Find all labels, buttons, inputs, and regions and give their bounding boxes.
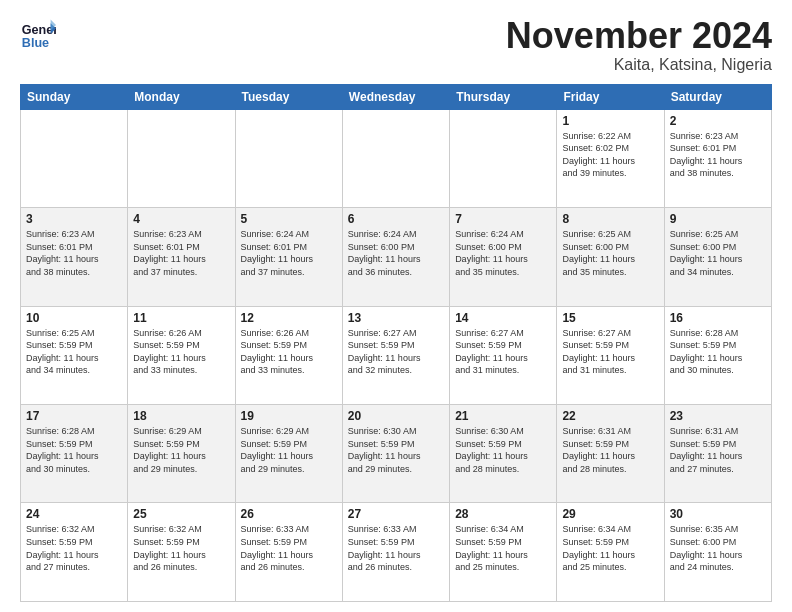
day-info: Sunrise: 6:25 AM Sunset: 5:59 PM Dayligh… (26, 327, 122, 377)
table-row: 3Sunrise: 6:23 AM Sunset: 6:01 PM Daylig… (21, 208, 128, 306)
col-friday: Friday (557, 84, 664, 109)
table-row (21, 109, 128, 207)
table-row: 12Sunrise: 6:26 AM Sunset: 5:59 PM Dayli… (235, 306, 342, 404)
day-number: 6 (348, 212, 444, 226)
day-number: 20 (348, 409, 444, 423)
table-row: 27Sunrise: 6:33 AM Sunset: 5:59 PM Dayli… (342, 503, 449, 602)
day-number: 28 (455, 507, 551, 521)
table-row: 10Sunrise: 6:25 AM Sunset: 5:59 PM Dayli… (21, 306, 128, 404)
table-row: 25Sunrise: 6:32 AM Sunset: 5:59 PM Dayli… (128, 503, 235, 602)
table-row: 24Sunrise: 6:32 AM Sunset: 5:59 PM Dayli… (21, 503, 128, 602)
table-row: 19Sunrise: 6:29 AM Sunset: 5:59 PM Dayli… (235, 405, 342, 503)
table-row: 11Sunrise: 6:26 AM Sunset: 5:59 PM Dayli… (128, 306, 235, 404)
day-info: Sunrise: 6:35 AM Sunset: 6:00 PM Dayligh… (670, 523, 766, 573)
day-number: 16 (670, 311, 766, 325)
day-number: 21 (455, 409, 551, 423)
day-number: 13 (348, 311, 444, 325)
calendar-table: Sunday Monday Tuesday Wednesday Thursday… (20, 84, 772, 602)
calendar-week-row: 3Sunrise: 6:23 AM Sunset: 6:01 PM Daylig… (21, 208, 772, 306)
day-info: Sunrise: 6:27 AM Sunset: 5:59 PM Dayligh… (348, 327, 444, 377)
table-row: 13Sunrise: 6:27 AM Sunset: 5:59 PM Dayli… (342, 306, 449, 404)
table-row: 26Sunrise: 6:33 AM Sunset: 5:59 PM Dayli… (235, 503, 342, 602)
day-info: Sunrise: 6:27 AM Sunset: 5:59 PM Dayligh… (455, 327, 551, 377)
day-info: Sunrise: 6:30 AM Sunset: 5:59 PM Dayligh… (455, 425, 551, 475)
day-info: Sunrise: 6:23 AM Sunset: 6:01 PM Dayligh… (26, 228, 122, 278)
col-saturday: Saturday (664, 84, 771, 109)
day-number: 1 (562, 114, 658, 128)
table-row: 7Sunrise: 6:24 AM Sunset: 6:00 PM Daylig… (450, 208, 557, 306)
day-number: 9 (670, 212, 766, 226)
day-number: 14 (455, 311, 551, 325)
table-row: 5Sunrise: 6:24 AM Sunset: 6:01 PM Daylig… (235, 208, 342, 306)
col-monday: Monday (128, 84, 235, 109)
day-number: 8 (562, 212, 658, 226)
day-info: Sunrise: 6:33 AM Sunset: 5:59 PM Dayligh… (348, 523, 444, 573)
table-row: 22Sunrise: 6:31 AM Sunset: 5:59 PM Dayli… (557, 405, 664, 503)
day-number: 2 (670, 114, 766, 128)
day-info: Sunrise: 6:25 AM Sunset: 6:00 PM Dayligh… (670, 228, 766, 278)
day-info: Sunrise: 6:26 AM Sunset: 5:59 PM Dayligh… (241, 327, 337, 377)
table-row: 9Sunrise: 6:25 AM Sunset: 6:00 PM Daylig… (664, 208, 771, 306)
calendar-week-row: 1Sunrise: 6:22 AM Sunset: 6:02 PM Daylig… (21, 109, 772, 207)
table-row: 6Sunrise: 6:24 AM Sunset: 6:00 PM Daylig… (342, 208, 449, 306)
table-row (128, 109, 235, 207)
logo: General Blue General Blue (20, 16, 56, 52)
table-row (235, 109, 342, 207)
day-number: 29 (562, 507, 658, 521)
day-info: Sunrise: 6:28 AM Sunset: 5:59 PM Dayligh… (26, 425, 122, 475)
day-number: 26 (241, 507, 337, 521)
day-number: 18 (133, 409, 229, 423)
location-subtitle: Kaita, Katsina, Nigeria (506, 56, 772, 74)
day-number: 12 (241, 311, 337, 325)
day-number: 15 (562, 311, 658, 325)
table-row: 17Sunrise: 6:28 AM Sunset: 5:59 PM Dayli… (21, 405, 128, 503)
day-info: Sunrise: 6:29 AM Sunset: 5:59 PM Dayligh… (241, 425, 337, 475)
col-sunday: Sunday (21, 84, 128, 109)
title-section: November 2024 Kaita, Katsina, Nigeria (506, 16, 772, 74)
day-info: Sunrise: 6:33 AM Sunset: 5:59 PM Dayligh… (241, 523, 337, 573)
day-info: Sunrise: 6:28 AM Sunset: 5:59 PM Dayligh… (670, 327, 766, 377)
day-info: Sunrise: 6:27 AM Sunset: 5:59 PM Dayligh… (562, 327, 658, 377)
logo-icon: General Blue (20, 16, 56, 52)
day-info: Sunrise: 6:32 AM Sunset: 5:59 PM Dayligh… (26, 523, 122, 573)
col-tuesday: Tuesday (235, 84, 342, 109)
day-info: Sunrise: 6:26 AM Sunset: 5:59 PM Dayligh… (133, 327, 229, 377)
day-info: Sunrise: 6:24 AM Sunset: 6:00 PM Dayligh… (348, 228, 444, 278)
day-info: Sunrise: 6:31 AM Sunset: 5:59 PM Dayligh… (670, 425, 766, 475)
table-row (342, 109, 449, 207)
table-row: 15Sunrise: 6:27 AM Sunset: 5:59 PM Dayli… (557, 306, 664, 404)
day-number: 5 (241, 212, 337, 226)
table-row: 23Sunrise: 6:31 AM Sunset: 5:59 PM Dayli… (664, 405, 771, 503)
day-info: Sunrise: 6:34 AM Sunset: 5:59 PM Dayligh… (455, 523, 551, 573)
day-info: Sunrise: 6:22 AM Sunset: 6:02 PM Dayligh… (562, 130, 658, 180)
day-number: 27 (348, 507, 444, 521)
day-info: Sunrise: 6:31 AM Sunset: 5:59 PM Dayligh… (562, 425, 658, 475)
month-title: November 2024 (506, 16, 772, 56)
table-row: 4Sunrise: 6:23 AM Sunset: 6:01 PM Daylig… (128, 208, 235, 306)
calendar-week-row: 17Sunrise: 6:28 AM Sunset: 5:59 PM Dayli… (21, 405, 772, 503)
table-row: 29Sunrise: 6:34 AM Sunset: 5:59 PM Dayli… (557, 503, 664, 602)
table-row (450, 109, 557, 207)
table-row: 14Sunrise: 6:27 AM Sunset: 5:59 PM Dayli… (450, 306, 557, 404)
day-number: 10 (26, 311, 122, 325)
day-info: Sunrise: 6:24 AM Sunset: 6:00 PM Dayligh… (455, 228, 551, 278)
table-row: 30Sunrise: 6:35 AM Sunset: 6:00 PM Dayli… (664, 503, 771, 602)
day-number: 23 (670, 409, 766, 423)
table-row: 28Sunrise: 6:34 AM Sunset: 5:59 PM Dayli… (450, 503, 557, 602)
day-number: 25 (133, 507, 229, 521)
day-number: 4 (133, 212, 229, 226)
day-info: Sunrise: 6:29 AM Sunset: 5:59 PM Dayligh… (133, 425, 229, 475)
page-header: General Blue General Blue November 2024 … (20, 16, 772, 74)
table-row: 8Sunrise: 6:25 AM Sunset: 6:00 PM Daylig… (557, 208, 664, 306)
day-info: Sunrise: 6:23 AM Sunset: 6:01 PM Dayligh… (670, 130, 766, 180)
table-row: 20Sunrise: 6:30 AM Sunset: 5:59 PM Dayli… (342, 405, 449, 503)
col-thursday: Thursday (450, 84, 557, 109)
day-number: 24 (26, 507, 122, 521)
day-info: Sunrise: 6:34 AM Sunset: 5:59 PM Dayligh… (562, 523, 658, 573)
table-row: 2Sunrise: 6:23 AM Sunset: 6:01 PM Daylig… (664, 109, 771, 207)
day-info: Sunrise: 6:30 AM Sunset: 5:59 PM Dayligh… (348, 425, 444, 475)
col-wednesday: Wednesday (342, 84, 449, 109)
table-row: 21Sunrise: 6:30 AM Sunset: 5:59 PM Dayli… (450, 405, 557, 503)
calendar-week-row: 10Sunrise: 6:25 AM Sunset: 5:59 PM Dayli… (21, 306, 772, 404)
day-number: 3 (26, 212, 122, 226)
